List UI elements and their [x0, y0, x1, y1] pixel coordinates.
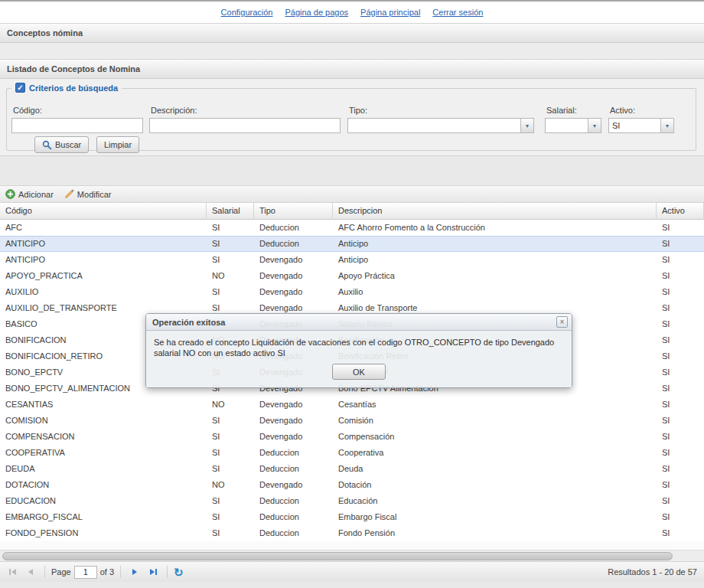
table-row[interactable]: ANTICIPOSIDeduccionAnticipoSI	[0, 236, 704, 252]
column-header-activo[interactable]: Activo	[657, 203, 704, 220]
table-row[interactable]: DOTACIONNODevengadoDotaciónSI	[0, 477, 704, 493]
salarial-combo[interactable]: ▼	[545, 118, 601, 133]
tipo-combo[interactable]: ▼	[347, 118, 534, 133]
buscar-button[interactable]: Buscar	[34, 136, 89, 153]
table-row[interactable]: COOPERATIVASIDeduccionCooperativaSI	[0, 445, 704, 461]
table-row[interactable]: AFCSIDeduccionAFC Ahorro Fomento a la Co…	[0, 220, 704, 236]
nav-link-cerrar-sesion[interactable]: Cerrar sesión	[432, 8, 483, 17]
table-row[interactable]: AUXILIOSIDevengadoAuxilioSI	[0, 284, 704, 300]
tipo-combo-value	[348, 119, 520, 132]
cell-descripcion: Comisión	[333, 413, 657, 429]
page-label: Page	[51, 567, 71, 577]
refresh-icon: ↻	[174, 566, 184, 579]
cell-codigo: AFC	[0, 220, 207, 236]
table-row[interactable]: EDUCACIONSIDeduccionEducaciónSI	[0, 493, 704, 509]
tipo-combo-trigger[interactable]: ▼	[520, 119, 533, 132]
app-viewport: ConfiguraciónPágina de pagosPágina princ…	[0, 0, 704, 588]
codigo-input[interactable]	[11, 118, 143, 133]
search-panel: ✓ Criterios de búsqueda Código: Descripc…	[0, 79, 704, 156]
cell-salarial: NO	[207, 477, 254, 493]
page-input[interactable]	[74, 566, 97, 579]
dialog-message: Se ha creado el concepto Liquidación de …	[146, 331, 572, 360]
cell-descripcion: Anticipo	[333, 252, 657, 268]
cell-salarial: SI	[207, 509, 254, 525]
cell-descripcion: Deuda	[333, 461, 657, 477]
table-row[interactable]: EMBARGO_FISCALSIDeduccionEmbargo FiscalS…	[0, 509, 704, 525]
cell-activo: SI	[657, 332, 704, 348]
table-row[interactable]: ANTICIPOSIDevengadoAnticipoSI	[0, 252, 704, 268]
table-row[interactable]: COMPENSACIONSIDevengadoCompensaciónSI	[0, 429, 704, 445]
column-header-codigo[interactable]: Código	[0, 203, 207, 220]
cell-activo: SI	[657, 461, 704, 477]
criteria-checkbox[interactable]: ✓	[15, 83, 25, 93]
table-row[interactable]: DEUDASIDeduccionDeudaSI	[0, 461, 704, 477]
table-row[interactable]: APOYO_PRACTICANODevengadoApoyo PrácticaS…	[0, 268, 704, 284]
adicionar-button-label: Adicionar	[18, 190, 54, 199]
grid-toolbar: Adicionar Modificar	[0, 185, 704, 203]
nav-link-configuracion[interactable]: Configuración	[221, 8, 273, 17]
cell-tipo: Deduccion	[254, 236, 333, 252]
table-row[interactable]: FONDO_PENSIONSIDeduccionFondo PensiónSI	[0, 525, 704, 541]
activo-combo-trigger[interactable]: ▼	[660, 119, 673, 132]
cell-tipo: Devengado	[254, 477, 333, 493]
cell-codigo: COMPENSACION	[0, 429, 207, 445]
activo-label: Activo:	[610, 106, 635, 115]
cell-activo: SI	[657, 445, 704, 461]
limpiar-button[interactable]: Limpiar	[96, 136, 139, 153]
column-header-descripcion[interactable]: Descripcion	[333, 203, 657, 220]
cell-descripcion: Cesantías	[333, 397, 657, 413]
cell-descripcion: Cooperativa	[333, 445, 657, 461]
cell-tipo: Deduccion	[254, 493, 333, 509]
nav-link-pagina-principal[interactable]: Página principal	[360, 8, 420, 17]
prev-page-icon	[28, 569, 33, 575]
prev-page-button[interactable]	[23, 564, 38, 580]
chevron-down-icon: ▼	[592, 123, 598, 129]
cell-tipo: Deduccion	[254, 220, 333, 236]
activo-combo[interactable]: SI ▼	[608, 118, 674, 133]
cell-tipo: Devengado	[254, 429, 333, 445]
cell-tipo: Deduccion	[254, 461, 333, 477]
chevron-down-icon: ▼	[665, 123, 670, 129]
salarial-combo-trigger[interactable]: ▼	[588, 119, 601, 132]
cell-tipo: Deduccion	[254, 445, 333, 461]
column-header-tipo[interactable]: Tipo	[254, 203, 333, 220]
cell-descripcion: Compensación	[333, 429, 657, 445]
cell-descripcion: Fondo Pensión	[333, 525, 657, 541]
first-page-button[interactable]	[5, 564, 20, 580]
horizontal-scrollbar[interactable]	[0, 550, 704, 561]
toolbar-separator	[44, 566, 45, 578]
next-page-button[interactable]	[127, 564, 142, 580]
codigo-label: Código:	[13, 106, 42, 115]
nav-link-pagina-de-pagos[interactable]: Página de pagos	[285, 8, 348, 17]
adicionar-button[interactable]: Adicionar	[5, 189, 54, 199]
table-row[interactable]: CESANTIASNODevengadoCesantíasSI	[0, 397, 704, 413]
ok-button[interactable]: OK	[332, 364, 386, 380]
cell-activo: SI	[657, 509, 704, 525]
limpiar-button-label: Limpiar	[104, 140, 132, 149]
dialog-close-button[interactable]: ×	[556, 316, 568, 328]
scrollbar-thumb[interactable]	[2, 552, 673, 560]
results-label: Resultados 1 - 20 de 57	[608, 562, 697, 583]
descripcion-input[interactable]	[149, 118, 341, 133]
cell-activo: SI	[657, 493, 704, 509]
cell-salarial: SI	[207, 220, 254, 236]
column-header-salarial[interactable]: Salarial	[207, 203, 254, 220]
cell-activo: SI	[657, 220, 704, 236]
criteria-legend: ✓ Criterios de búsqueda	[11, 83, 122, 93]
checkmark-icon: ✓	[17, 83, 23, 92]
search-icon	[42, 140, 52, 150]
grid-header: CódigoSalarialTipoDescripcionActivo	[0, 203, 704, 220]
cell-tipo: Devengado	[254, 397, 333, 413]
table-row[interactable]: COMISIONSIDevengadoComisiónSI	[0, 413, 704, 429]
cell-tipo: Devengado	[254, 252, 333, 268]
cell-activo: SI	[657, 429, 704, 445]
cell-activo: SI	[657, 477, 704, 493]
top-navigation: ConfiguraciónPágina de pagosPágina princ…	[0, 2, 704, 23]
last-page-button[interactable]	[145, 564, 161, 580]
modificar-button[interactable]: Modificar	[64, 189, 112, 199]
dialog-buttons: OK	[146, 360, 572, 387]
cell-descripcion: Anticipo	[333, 236, 657, 252]
buscar-button-label: Buscar	[55, 140, 81, 149]
refresh-button[interactable]: ↻	[174, 567, 184, 578]
cell-codigo: CESANTIAS	[0, 397, 207, 413]
